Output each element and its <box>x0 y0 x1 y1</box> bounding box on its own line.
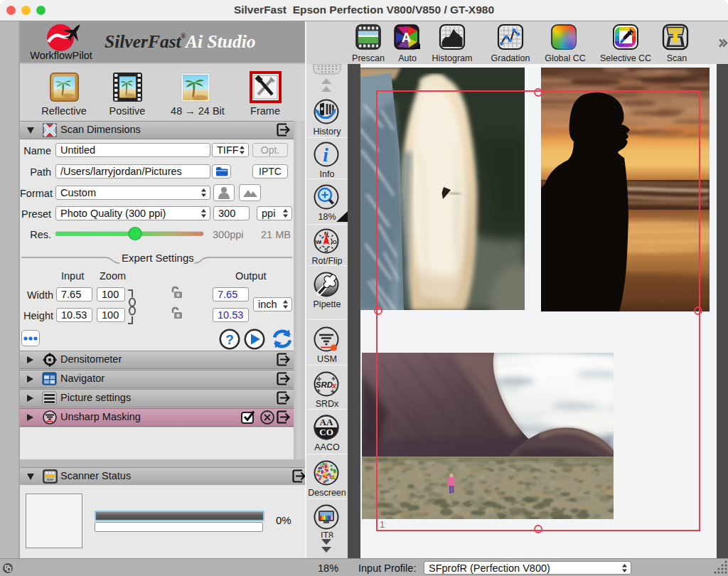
svg-text:Ai Studio: Ai Studio <box>184 31 256 52</box>
svg-text:i: i <box>323 144 328 166</box>
svg-text:A: A <box>402 30 412 45</box>
svg-text:x: x <box>331 381 337 390</box>
svg-text:WorkflowPilot: WorkflowPilot <box>30 50 92 61</box>
svg-text:?: ? <box>225 332 234 347</box>
svg-text:SilverFast: SilverFast <box>105 31 182 52</box>
svg-text:1: 1 <box>380 519 385 530</box>
svg-text:SRD: SRD <box>316 380 333 389</box>
svg-text:AA: AA <box>320 417 333 427</box>
svg-text:CO: CO <box>319 427 333 437</box>
svg-text:O: O <box>332 239 336 245</box>
